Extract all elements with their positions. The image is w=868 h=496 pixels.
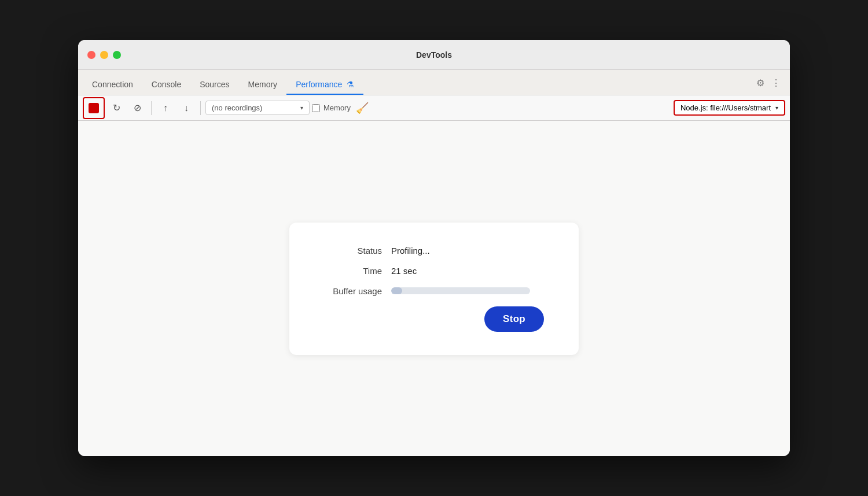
status-label: Status <box>324 246 382 256</box>
recordings-label: (no recordings) <box>212 103 262 112</box>
divider-1 <box>151 101 152 115</box>
tab-memory[interactable]: Memory <box>239 75 287 95</box>
flask-icon: ⚗ <box>347 80 354 89</box>
node-chevron-icon: ▾ <box>775 105 778 111</box>
time-value: 21 sec <box>391 266 417 276</box>
divider-2 <box>200 101 201 115</box>
buffer-bar-fill <box>391 287 402 294</box>
minimize-button[interactable] <box>100 51 108 59</box>
download-icon: ↓ <box>184 103 189 113</box>
memory-checkbox-label[interactable]: Memory <box>312 103 351 112</box>
upload-icon: ↑ <box>163 103 168 113</box>
clear-button[interactable]: ⊘ <box>128 99 146 117</box>
close-button[interactable] <box>87 51 95 59</box>
broom-button[interactable]: 🧹 <box>353 99 372 117</box>
record-icon <box>89 103 99 113</box>
memory-checkbox[interactable] <box>312 104 320 112</box>
chevron-down-icon: ▾ <box>300 105 303 111</box>
toolbar: ↻ ⊘ ↑ ↓ (no recordings) ▾ Memory 🧹 Node.… <box>78 95 790 121</box>
record-button-wrapper <box>83 97 105 119</box>
node-selector-label: Node.js: file:///Users/stmart <box>681 103 771 112</box>
buffer-row: Buffer usage <box>324 286 544 296</box>
window-title: DevTools <box>416 50 452 60</box>
tab-bar: Connection Console Sources Memory Perfor… <box>78 70 790 95</box>
tab-connection[interactable]: Connection <box>83 75 142 95</box>
more-icon[interactable]: ⋮ <box>771 77 781 88</box>
upload-button[interactable]: ↑ <box>156 99 175 117</box>
buffer-label: Buffer usage <box>324 286 382 296</box>
stop-button-row: Stop <box>324 306 544 332</box>
status-value: Profiling... <box>391 246 430 256</box>
buffer-bar <box>391 287 530 294</box>
status-row: Status Profiling... <box>324 246 544 256</box>
tab-bar-actions: ⚙ ⋮ <box>756 77 781 88</box>
recordings-dropdown[interactable]: (no recordings) ▾ <box>205 101 310 115</box>
maximize-button[interactable] <box>113 51 121 59</box>
main-content: Status Profiling... Time 21 sec Buffer u… <box>78 121 790 456</box>
download-button[interactable]: ↓ <box>177 99 196 117</box>
reload-button[interactable]: ↻ <box>107 99 126 117</box>
time-row: Time 21 sec <box>324 266 544 276</box>
devtools-window: DevTools Connection Console Sources Memo… <box>78 40 790 456</box>
clear-icon: ⊘ <box>134 102 141 113</box>
tab-sources[interactable]: Sources <box>190 75 238 95</box>
tab-performance[interactable]: Performance ⚗ <box>286 75 363 95</box>
tab-console[interactable]: Console <box>142 75 190 95</box>
stop-button[interactable]: Stop <box>484 306 544 332</box>
reload-icon: ↻ <box>113 102 120 113</box>
time-label: Time <box>324 266 382 276</box>
node-selector-dropdown[interactable]: Node.js: file:///Users/stmart ▾ <box>674 100 785 116</box>
profiling-card: Status Profiling... Time 21 sec Buffer u… <box>289 223 579 355</box>
settings-icon[interactable]: ⚙ <box>756 77 764 88</box>
record-button[interactable] <box>84 99 103 117</box>
window-controls <box>87 51 121 59</box>
title-bar: DevTools <box>78 40 790 70</box>
memory-label: Memory <box>323 103 351 112</box>
